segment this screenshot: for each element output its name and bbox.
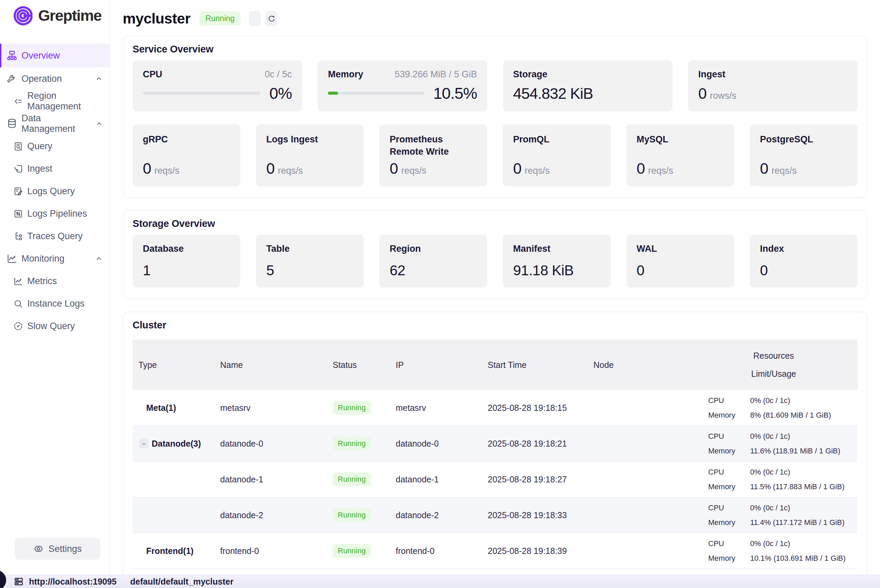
type-cell: Meta(1) — [132, 403, 215, 413]
service-stat-cards: CPU 0c / 5c 0% Memory 539.266 MiB / 5 Gi… — [132, 60, 857, 111]
sidebar-item-overview[interactable]: Overview — [0, 44, 110, 68]
memory-limit: 539.266 MiB / 5 GiB — [395, 69, 477, 80]
table-row-datanode-1[interactable]: datanode-1 Running datanode-1 2025-08-28… — [132, 462, 857, 497]
sidebar-item-label: Region Management — [27, 91, 110, 112]
sidebar-item-query[interactable]: Query — [0, 135, 110, 158]
memory-resource-value: 11.5% (117.883 MiB / 1 GiB) — [750, 482, 857, 491]
cpu-card: CPU 0c / 5c 0% — [132, 60, 302, 111]
sidebar-item-traces-query[interactable]: Traces Query — [0, 225, 110, 248]
table-row-datanode-2[interactable]: datanode-2 Running datanode-2 2025-08-28… — [132, 497, 857, 533]
search-icon — [13, 298, 24, 309]
memory-resource-label: Memory — [708, 554, 750, 563]
memory-resource-label: Memory — [708, 518, 750, 527]
start-time-cell: 2025-08-28 19:18:27 — [482, 474, 587, 484]
resources-cell: CPU 0% (0c / 1c) Memory 11.4% (117.172 M… — [690, 504, 857, 527]
protocol-label: PromQL — [513, 133, 600, 146]
storage-card-value: 5 — [266, 262, 353, 279]
storage-card-table: Table 5 — [256, 235, 363, 288]
protocol-card-grpc: gRPC 0 reqs/s — [132, 124, 240, 186]
table-row-meta[interactable]: Meta(1) metasrv Running metasrv 2025-08-… — [132, 390, 857, 426]
status-badge: Running — [333, 508, 371, 522]
protocol-unit: reqs/s — [401, 166, 426, 176]
protocol-card-prometheus-remote-write: Prometheus Remote Write 0 reqs/s — [379, 124, 487, 186]
resources-header-label: Resources — [753, 351, 794, 361]
storage-card: Storage 454.832 KiB — [503, 60, 673, 111]
cluster-overview-icon — [6, 50, 18, 62]
protocol-value: 0 — [266, 160, 274, 177]
status-badge: Running — [333, 544, 371, 558]
protocol-label: MySQL — [637, 133, 724, 146]
memory-label: Memory — [328, 69, 363, 80]
settings-label: Settings — [48, 544, 82, 554]
storage-overview-panel: Storage Overview Database 1 Table 5 Regi… — [123, 210, 867, 299]
protocol-unit: reqs/s — [155, 166, 180, 176]
sidebar-item-label: Slow Query — [27, 321, 75, 332]
chevron-up-icon[interactable] — [95, 74, 103, 83]
metrics-chart-icon — [13, 276, 24, 286]
resources-cell: CPU 0% (0c / 1c) Memory 8% (81.609 MiB /… — [690, 396, 857, 420]
column-header-node: Node — [587, 360, 690, 370]
sidebar-item-label: Logs Pipelines — [27, 208, 87, 219]
protocol-unit: reqs/s — [648, 166, 673, 176]
memory-progress-fill — [328, 92, 338, 95]
start-time-cell: 2025-08-28 19:18:33 — [482, 510, 587, 520]
name-cell: datanode-0 — [215, 439, 327, 448]
resources-cell: CPU 0% (0c / 1c) Memory 11.5% (117.883 M… — [690, 468, 857, 491]
memory-resource-value: 10.1% (103.691 MiB / 1 GiB) — [750, 554, 857, 563]
cpu-resource-label: CPU — [708, 539, 750, 548]
name-cell: datanode-2 — [215, 510, 327, 520]
start-time-cell: 2025-08-28 19:18:15 — [482, 403, 587, 413]
server-url: http://localhost:19095 — [29, 577, 117, 586]
memory-resource-value: 11.6% (118.91 MiB / 1 GiB) — [750, 447, 857, 456]
column-header-type: Type — [132, 360, 215, 370]
wrench-icon — [6, 73, 18, 84]
collapse-toggle-button[interactable]: − — [140, 439, 149, 448]
sidebar-item-metrics[interactable]: Metrics — [0, 270, 110, 292]
protocol-value: 0 — [513, 160, 521, 177]
settings-button[interactable]: Settings — [15, 538, 100, 560]
sidebar-item-ingest[interactable]: Ingest — [0, 158, 110, 180]
protocol-card-logs-ingest: Logs Ingest 0 reqs/s — [256, 124, 363, 186]
refresh-button[interactable] — [266, 11, 278, 26]
type-cell: − Datanode(3) — [132, 439, 215, 448]
start-time-cell: 2025-08-28 19:18:39 — [482, 546, 587, 556]
type-label: Datanode(3) — [152, 439, 201, 448]
chevron-up-icon[interactable] — [95, 119, 103, 128]
table-row-datanode-0[interactable]: − Datanode(3) datanode-0 Running datanod… — [132, 426, 857, 462]
table-row-frontend[interactable]: Frontend(1) frontend-0 Running frontend-… — [132, 533, 857, 569]
chevron-up-icon[interactable] — [95, 254, 103, 263]
sidebar-item-instance-logs[interactable]: Instance Logs — [0, 292, 110, 315]
sliders-icon — [13, 208, 24, 219]
ip-cell: frontend-0 — [390, 546, 482, 556]
sidebar-item-slow-query[interactable]: Slow Query — [0, 315, 110, 337]
cpu-resource-label: CPU — [708, 396, 750, 405]
protocol-label: Logs Ingest — [266, 133, 353, 146]
ingest-unit: rows/s — [710, 91, 736, 101]
ingest-arrow-icon — [13, 164, 24, 174]
brand-logo[interactable]: Greptime — [12, 5, 102, 27]
storage-card-value: 62 — [390, 262, 477, 279]
cpu-resource-label: CPU — [708, 504, 750, 512]
sidebar-section-operation[interactable]: Operation — [0, 68, 110, 90]
sidebar-item-logs-query[interactable]: Logs Query — [0, 180, 110, 202]
column-header-start-time: Start Time — [482, 360, 587, 370]
sidebar-item-region-management[interactable]: Region Management — [0, 90, 110, 112]
cluster-action-button[interactable] — [249, 11, 261, 26]
column-header-resources: Resources Limit/Usage — [690, 351, 857, 379]
storage-label: Storage — [513, 69, 548, 80]
cluster-table: Type Name Status IP Start Time Node Reso… — [132, 340, 857, 569]
storage-card-label: Database — [143, 244, 230, 254]
storage-card-value: 0 — [637, 262, 724, 279]
main-content: mycluster Running Service Overview CPU 0… — [110, 0, 880, 575]
ingest-label: Ingest — [698, 69, 725, 80]
cpu-resource-label: CPU — [708, 468, 750, 477]
protocol-label: Prometheus Remote Write — [390, 133, 477, 158]
sidebar-section-monitoring[interactable]: Monitoring — [0, 248, 110, 270]
trace-tree-icon — [13, 231, 24, 242]
memory-progress-track — [328, 92, 424, 95]
protocol-value: 0 — [143, 160, 151, 177]
sidebar-section-data-management[interactable]: Data Management — [0, 112, 110, 135]
ingest-card: Ingest 0 rows/s — [688, 60, 857, 111]
page-title: mycluster — [123, 10, 191, 27]
sidebar-item-logs-pipelines[interactable]: Logs Pipelines — [0, 202, 110, 225]
